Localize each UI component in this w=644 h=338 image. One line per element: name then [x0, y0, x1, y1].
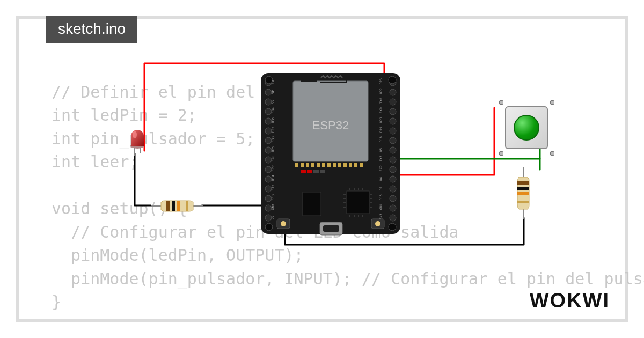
svg-point-29 [390, 205, 396, 211]
circuit-canvas[interactable]: ESP32 [19, 19, 625, 319]
svg-rect-116 [177, 201, 180, 211]
svg-point-23 [390, 147, 396, 153]
svg-text:D34: D34 [271, 107, 275, 113]
pushbutton-green[interactable] [501, 102, 552, 153]
svg-rect-65 [327, 163, 331, 167]
svg-text:TX2: TX2 [379, 156, 383, 161]
svg-text:D35: D35 [271, 117, 275, 123]
svg-point-19 [390, 108, 396, 115]
svg-rect-59 [295, 163, 298, 167]
board-button-boot[interactable] [371, 219, 384, 229]
svg-text:D27: D27 [271, 165, 275, 171]
board-label: ESP32 [312, 119, 349, 132]
svg-rect-69 [349, 163, 352, 167]
svg-rect-64 [322, 163, 325, 167]
svg-text:GND: GND [379, 204, 383, 210]
project-frame: sketch.ino // Definir el pin del LED int… [16, 16, 628, 322]
svg-point-20 [390, 118, 396, 124]
pushbutton-pin [499, 100, 503, 105]
pushbutton-pin [550, 151, 554, 156]
svg-point-75 [281, 221, 286, 226]
svg-text:VN: VN [271, 99, 275, 104]
svg-text:D19: D19 [379, 127, 383, 133]
svg-rect-68 [343, 163, 347, 167]
svg-text:3V3: 3V3 [379, 214, 383, 219]
wire-button-power [397, 108, 494, 175]
svg-rect-73 [323, 225, 339, 232]
svg-rect-57 [313, 170, 319, 173]
svg-point-32 [389, 76, 396, 84]
svg-point-25 [390, 166, 396, 173]
pin-row-right [390, 79, 396, 221]
svg-rect-117 [186, 201, 188, 211]
svg-rect-123 [517, 201, 529, 203]
svg-text:D5: D5 [379, 148, 383, 152]
svg-rect-71 [360, 163, 363, 167]
led-red[interactable] [127, 127, 148, 156]
svg-text:VP: VP [271, 90, 275, 94]
svg-point-24 [390, 157, 396, 163]
svg-point-27 [390, 186, 396, 192]
svg-text:D2: D2 [379, 186, 383, 190]
svg-text:D22: D22 [379, 88, 383, 94]
svg-text:D26: D26 [271, 156, 275, 161]
resistor-led[interactable] [151, 199, 203, 213]
svg-point-21 [390, 128, 396, 134]
esp32-board[interactable]: ESP32 [261, 73, 400, 235]
svg-rect-120 [517, 181, 529, 185]
svg-point-109 [133, 131, 137, 138]
svg-rect-58 [320, 170, 325, 173]
pushbutton-pin [499, 151, 503, 156]
svg-point-33 [265, 223, 273, 231]
svg-rect-114 [166, 201, 170, 211]
svg-rect-61 [306, 163, 309, 167]
svg-text:D15: D15 [379, 194, 383, 200]
svg-rect-60 [301, 163, 304, 167]
svg-text:RX0: RX0 [379, 107, 383, 113]
svg-text:D14: D14 [271, 175, 275, 181]
svg-rect-67 [338, 163, 341, 167]
resistor-button[interactable] [516, 167, 531, 219]
svg-rect-55 [301, 170, 306, 173]
svg-point-34 [389, 223, 396, 231]
pushbutton-pin [550, 100, 554, 105]
svg-point-22 [390, 137, 396, 144]
svg-rect-54 [303, 192, 321, 216]
svg-point-17 [390, 89, 396, 95]
svg-rect-36 [301, 75, 317, 82]
svg-text:VN: VN [271, 215, 275, 219]
svg-rect-37 [347, 191, 369, 214]
svg-text:D13: D13 [271, 194, 275, 200]
wire-led-ground [135, 153, 151, 205]
svg-text:D12: D12 [271, 185, 275, 190]
filename-label: sketch.ino [58, 20, 126, 37]
svg-rect-66 [333, 163, 336, 167]
svg-rect-70 [354, 163, 357, 167]
svg-point-77 [375, 221, 380, 226]
svg-rect-115 [172, 201, 175, 211]
board-button-en[interactable] [277, 219, 290, 229]
pushbutton-cap[interactable] [514, 115, 539, 141]
svg-point-18 [390, 99, 396, 105]
svg-point-28 [390, 195, 396, 202]
svg-rect-122 [517, 192, 529, 195]
svg-text:D32: D32 [271, 127, 275, 133]
svg-text:GND: GND [271, 204, 275, 210]
svg-text:EN: EN [271, 80, 275, 84]
svg-rect-63 [317, 163, 320, 167]
svg-text:TX0: TX0 [379, 98, 383, 104]
svg-rect-62 [311, 163, 314, 167]
svg-rect-56 [307, 170, 312, 173]
svg-text:D18: D18 [379, 136, 383, 142]
svg-text:D23: D23 [379, 78, 383, 84]
wokwi-logo: WOKWI [530, 289, 610, 312]
svg-text:D33: D33 [271, 136, 275, 142]
svg-text:RX2: RX2 [379, 165, 383, 171]
file-tab[interactable]: sketch.ino [46, 16, 137, 43]
svg-text:D4: D4 [379, 177, 383, 181]
svg-text:D25: D25 [271, 146, 275, 152]
svg-text:D21: D21 [379, 117, 383, 123]
svg-point-30 [390, 215, 396, 221]
svg-point-26 [390, 176, 396, 182]
svg-rect-121 [517, 187, 529, 190]
